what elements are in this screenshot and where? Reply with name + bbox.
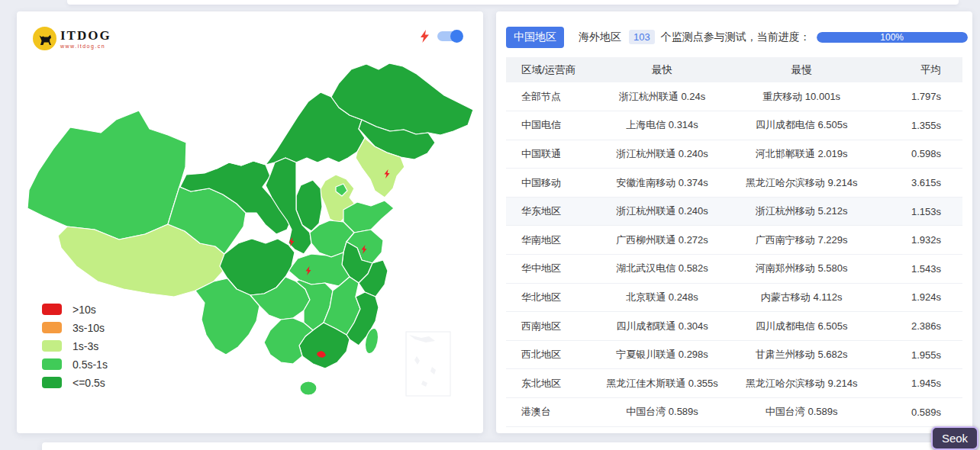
seok-extension-button[interactable]: Seok	[931, 426, 978, 450]
legend-swatch	[42, 358, 62, 370]
region-cell: 西南地区	[506, 312, 603, 341]
tab-中国地区[interactable]: 中国地区	[506, 27, 564, 48]
logo-circle	[33, 27, 56, 50]
legend-swatch	[42, 322, 62, 333]
monitor-text: 个监测点参与测试，当前进度：	[661, 31, 811, 44]
region-cell: 中国移动	[506, 169, 603, 198]
fastest-cell: 宁夏银川联通 0.298s	[603, 340, 721, 369]
legend-item: <=0.5s	[42, 377, 108, 388]
fastest-cell: 四川成都联通 0.304s	[603, 312, 721, 341]
region-cell: 华东地区	[506, 197, 603, 226]
tab-海外地区[interactable]: 海外地区	[571, 27, 629, 48]
slowest-cell: 四川成都电信 6.505s	[721, 312, 882, 341]
table-row[interactable]: 港澳台中国台湾 0.589s中国台湾 0.589s0.589s	[506, 398, 962, 427]
average-cell: 1.932s	[882, 226, 962, 255]
monitor-points-toggle[interactable]	[437, 31, 462, 41]
map-legend: >10s3s-10s1s-3s0.5s-1s<=0.5s	[42, 304, 108, 388]
table-row[interactable]: 华东地区浙江杭州联通 0.240s浙江杭州移动 5.212s1.153s	[506, 197, 962, 226]
legend-label: >10s	[73, 304, 96, 316]
average-cell: 1.955s	[882, 340, 962, 369]
header-fastest: 最快	[603, 57, 721, 82]
dog-icon	[36, 30, 54, 48]
toggle-knob	[450, 30, 463, 43]
province-shandong[interactable]	[343, 201, 394, 233]
region-cell: 港澳台	[506, 398, 603, 427]
slowest-cell: 河南郑州移动 5.580s	[721, 255, 882, 284]
fastest-cell: 安徽淮南移动 0.374s	[603, 169, 721, 198]
province-xinjiang[interactable]	[27, 111, 186, 239]
fastest-cell: 中国台湾 0.589s	[603, 398, 721, 427]
results-header: 中国地区海外地区 103 个监测点参与测试，当前进度： 100%	[496, 11, 972, 51]
slowest-cell: 浙江杭州移动 5.212s	[721, 197, 882, 226]
south-china-sea-inset	[406, 332, 450, 396]
region-cell: 华北地区	[506, 283, 603, 312]
average-cell: 1.543s	[882, 255, 962, 284]
table-row[interactable]: 中国电信上海电信 0.314s四川成都电信 6.505s1.355s	[506, 111, 962, 140]
fastest-cell: 黑龙江佳木斯联通 0.355s	[603, 369, 721, 398]
table-row[interactable]: 全部节点浙江杭州联通 0.24s重庆移动 10.001s1.797s	[506, 82, 962, 111]
fastest-cell: 浙江杭州联通 0.24s	[603, 82, 721, 111]
region-cell: 东北地区	[506, 369, 603, 398]
legend-label: 3s-10s	[73, 322, 105, 334]
slowest-cell: 内蒙古移动 4.112s	[721, 283, 882, 312]
average-cell: 1.355s	[882, 111, 962, 140]
average-cell: 1.924s	[882, 283, 962, 312]
fastest-cell: 上海电信 0.314s	[603, 111, 721, 140]
province-hainan[interactable]	[300, 381, 317, 395]
fastest-cell: 浙江杭州联通 0.240s	[603, 140, 721, 169]
slowest-cell: 河北邯郸联通 2.019s	[721, 140, 882, 169]
legend-swatch	[42, 377, 62, 388]
slowest-cell: 黑龙江哈尔滨移动 9.214s	[721, 369, 882, 398]
average-cell: 1.797s	[882, 82, 962, 111]
legend-label: 0.5s-1s	[73, 358, 108, 371]
table-row[interactable]: 西南地区四川成都联通 0.304s四川成都电信 6.505s2.386s	[506, 312, 962, 341]
itdog-logo[interactable]: ITDOG www.itdog.cn	[33, 27, 111, 50]
slowest-cell: 重庆移动 10.001s	[721, 82, 882, 111]
results-table-body: 全部节点浙江杭州联通 0.24s重庆移动 10.001s1.797s中国电信上海…	[506, 82, 962, 426]
map-panel: ITDOG www.itdog.cn	[17, 11, 483, 433]
logo-subtitle: www.itdog.cn	[60, 43, 111, 49]
results-panel: 中国地区海外地区 103 个监测点参与测试，当前进度： 100% 区域/运营商 …	[496, 11, 972, 433]
legend-item: 0.5s-1s	[42, 358, 108, 370]
slowest-cell: 四川成都电信 6.505s	[721, 111, 882, 140]
results-table: 区域/运营商 最快 最慢 平均 全部节点浙江杭州联通 0.24s重庆移动 10.…	[506, 57, 962, 427]
average-cell: 1.945s	[882, 369, 962, 398]
legend-item: 1s-3s	[42, 340, 108, 352]
legend-item: 3s-10s	[42, 322, 108, 333]
table-row[interactable]: 中国联通浙江杭州联通 0.240s河北邯郸联通 2.019s0.598s	[506, 140, 962, 169]
table-header-row: 区域/运营商 最快 最慢 平均	[506, 57, 962, 82]
fastest-cell: 广西柳州联通 0.272s	[603, 226, 721, 255]
table-row[interactable]: 华北地区北京联通 0.248s内蒙古移动 4.112s1.924s	[506, 283, 962, 312]
average-cell: 0.598s	[882, 140, 962, 169]
slowest-cell: 广西南宁移动 7.229s	[721, 226, 882, 255]
header-region: 区域/运营商	[506, 57, 603, 82]
legend-item: >10s	[42, 304, 108, 315]
fastest-cell: 北京联通 0.248s	[603, 283, 721, 312]
lightning-icon	[420, 30, 430, 43]
average-cell: 2.386s	[882, 312, 962, 341]
region-cell: 华南地区	[506, 226, 603, 255]
average-cell: 0.589s	[882, 398, 962, 427]
table-row[interactable]: 中国移动安徽淮南移动 0.374s黑龙江哈尔滨移动 9.214s3.615s	[506, 169, 962, 198]
legend-label: <=0.5s	[73, 377, 105, 389]
average-cell: 1.153s	[882, 197, 962, 226]
region-cell: 西北地区	[506, 340, 603, 369]
slowest-cell: 中国台湾 0.589s	[721, 398, 882, 427]
fastest-cell: 湖北武汉电信 0.582s	[603, 255, 721, 284]
legend-swatch	[42, 340, 62, 352]
table-row[interactable]: 华南地区广西柳州联通 0.272s广西南宁移动 7.229s1.932s	[506, 226, 962, 255]
region-cell: 华中地区	[506, 255, 603, 284]
table-row[interactable]: 西北地区宁夏银川联通 0.298s甘肃兰州移动 5.682s1.955s	[506, 340, 962, 369]
slowest-cell: 黑龙江哈尔滨移动 9.214s	[721, 169, 882, 198]
region-cell: 中国联通	[506, 140, 603, 169]
region-tabs: 中国地区海外地区	[506, 27, 629, 48]
header-slowest: 最慢	[721, 57, 882, 82]
table-row[interactable]: 华中地区湖北武汉电信 0.582s河南郑州移动 5.580s1.543s	[506, 255, 962, 284]
progress-bar: 100%	[817, 32, 968, 43]
progress-fill: 100%	[817, 32, 968, 43]
average-cell: 3.615s	[882, 169, 962, 198]
next-card-edge	[42, 442, 938, 450]
legend-label: 1s-3s	[73, 340, 98, 352]
table-row[interactable]: 东北地区黑龙江佳木斯联通 0.355s黑龙江哈尔滨移动 9.214s1.945s	[506, 369, 962, 398]
monitor-count-badge: 103	[629, 30, 655, 44]
